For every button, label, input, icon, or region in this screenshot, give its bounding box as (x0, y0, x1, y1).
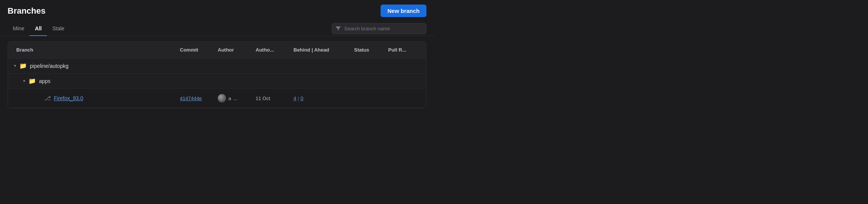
col-header-pull-request: Pull R... (386, 46, 420, 54)
ahead-count[interactable]: 0 (301, 96, 303, 101)
commit-hash[interactable]: 4147444e (180, 96, 202, 101)
branches-table: Branch Commit Author Autho... Behind | A… (8, 41, 426, 108)
col-header-author: Author (215, 46, 253, 54)
folder-name-pipeline-autopkg: pipeline/autopkg (30, 63, 69, 69)
search-branch-input[interactable] (332, 23, 426, 34)
branch-name-cell: ⎇ Firefox_93.0 (14, 93, 178, 103)
search-wrapper (332, 23, 426, 34)
chevron-down-icon: ▾ (14, 63, 16, 68)
table-header: Branch Commit Author Autho... Behind | A… (8, 42, 426, 58)
col-header-behind-ahead: Behind | Ahead (291, 46, 352, 54)
tabs-row: Mine All Stale (0, 22, 434, 36)
branch-name-link[interactable]: Firefox_93.0 (54, 95, 83, 101)
author-ellipsis: ... (233, 96, 237, 101)
commit-hash-cell: 4147444e (178, 94, 215, 103)
author-cell: a... (215, 93, 253, 104)
page-header: Branches New branch (0, 0, 434, 22)
tab-all[interactable]: All (30, 22, 47, 36)
filter-icon (336, 25, 341, 32)
folder-name-apps: apps (39, 78, 50, 84)
col-header-author-date: Autho... (253, 46, 291, 54)
branch-icon: ⎇ (44, 95, 51, 102)
folder-row-apps[interactable]: ▾ 📁 apps (8, 74, 426, 89)
author-name: a (228, 96, 231, 101)
tab-stale[interactable]: Stale (47, 22, 70, 36)
col-header-branch: Branch (14, 46, 178, 54)
page-title: Branches (8, 6, 45, 16)
table-row: ⎇ Firefox_93.0 4147444e a... 11 Oct 4 | … (8, 89, 426, 108)
pull-request-cell (386, 97, 420, 100)
tabs-container: Mine All Stale (8, 22, 70, 36)
behind-ahead-cell: 4 | 0 (291, 94, 352, 103)
folder-icon-apps: 📁 (28, 77, 36, 85)
behind-ahead-separator: | (298, 96, 299, 101)
new-branch-button[interactable]: New branch (381, 5, 426, 17)
author-date-cell: 11 Oct (253, 94, 291, 103)
status-cell (352, 97, 386, 100)
avatar (218, 94, 226, 102)
tab-mine[interactable]: Mine (8, 22, 30, 36)
folder-row-pipeline-autopkg[interactable]: ▾ 📁 pipeline/autopkg (8, 58, 426, 74)
folder-icon: 📁 (19, 62, 27, 69)
behind-count[interactable]: 4 (293, 96, 296, 101)
col-header-commit: Commit (178, 46, 215, 54)
col-header-status: Status (352, 46, 386, 54)
chevron-down-icon-apps: ▾ (23, 78, 25, 83)
